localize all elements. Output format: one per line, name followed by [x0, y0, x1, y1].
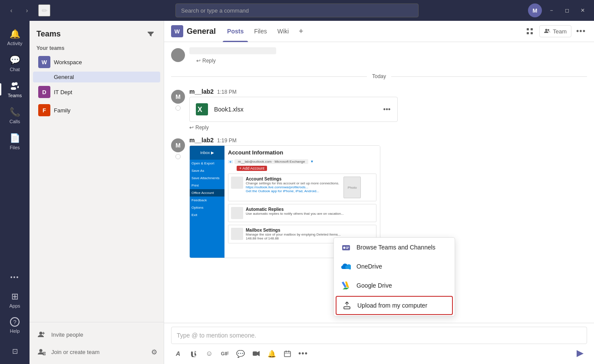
- nav-chat[interactable]: 💬 Chat: [0, 50, 30, 76]
- nav-manage[interactable]: ⊡: [0, 341, 30, 361]
- google-drive-item[interactable]: Google Drive: [334, 276, 455, 295]
- browse-teams-label: Browse Teams and Channels: [356, 244, 436, 251]
- nav-activity[interactable]: 🔔 Activity: [0, 24, 30, 50]
- back-button[interactable]: ‹: [5, 4, 17, 16]
- emoji-button[interactable]: ☺: [202, 347, 216, 361]
- svg-point-11: [548, 29, 549, 31]
- format-text-button[interactable]: A: [171, 347, 185, 361]
- title-bar: ‹ › ✏ M − ◻ ✕: [0, 0, 594, 21]
- audio-call-button[interactable]: 🔔: [265, 347, 279, 361]
- message-header-1: m__lab2 1:18 PM: [189, 88, 587, 95]
- team-name-workspace: Workspace: [54, 59, 145, 66]
- team-name-family: Family: [54, 107, 145, 114]
- svg-text:X: X: [198, 106, 202, 113]
- nav-teams[interactable]: Teams: [0, 76, 30, 102]
- manage-icon: ⊡: [10, 346, 20, 356]
- send-button[interactable]: [573, 347, 587, 361]
- nav-more[interactable]: •••: [0, 268, 30, 287]
- team-item-workspace[interactable]: W Workspace •••: [33, 53, 160, 71]
- more-icon: •••: [10, 272, 20, 282]
- close-button[interactable]: ✕: [577, 4, 589, 16]
- forward-button[interactable]: ›: [21, 4, 33, 16]
- chat-area: W General Posts Files Wiki +: [164, 21, 594, 364]
- svg-rect-6: [527, 28, 529, 30]
- message-header-2: m__lab2 1:19 PM: [189, 137, 587, 144]
- calls-icon: 📞: [10, 107, 20, 117]
- svg-point-1: [12, 82, 15, 86]
- filter-button[interactable]: [145, 28, 157, 40]
- invite-people-button[interactable]: Invite people: [33, 326, 160, 343]
- google-drive-icon: [341, 280, 351, 291]
- svg-rect-24: [284, 351, 290, 357]
- activity-icon: 🔔: [10, 29, 20, 39]
- message-time-2: 1:19 PM: [217, 138, 237, 144]
- nav-help[interactable]: ? Help: [0, 313, 30, 338]
- nav-buttons: ‹ ›: [5, 4, 33, 16]
- team-item-family[interactable]: F Family •••: [33, 102, 160, 119]
- teams-spacer: [30, 119, 164, 322]
- search-bar: [175, 3, 419, 17]
- upload-dropdown: Browse Teams and Channels OneDrive: [333, 237, 455, 316]
- upload-icon: [342, 300, 352, 311]
- channel-title: General: [187, 27, 216, 36]
- channel-team-icon: W: [171, 25, 183, 37]
- files-icon: 📄: [10, 133, 20, 143]
- members-grid-button[interactable]: [524, 25, 536, 37]
- nav-calls[interactable]: 📞 Calls: [0, 102, 30, 128]
- more-options-button[interactable]: •••: [575, 25, 587, 37]
- message-content-1: m__lab2 1:18 PM X Book1.xlsx ••: [189, 88, 587, 131]
- reply-label-1: Reply: [195, 125, 209, 131]
- svg-point-10: [545, 29, 548, 31]
- reply-button-prev[interactable]: ↩ Reply: [196, 57, 216, 65]
- attachment-filename: Book1.xlsx: [214, 106, 376, 113]
- onedrive-label: OneDrive: [356, 263, 382, 270]
- team-item-itdept[interactable]: D IT Dept •••: [33, 83, 160, 101]
- join-create-label: Join or create team: [51, 349, 99, 355]
- reply-button-1[interactable]: ↩ Reply: [189, 124, 209, 131]
- schedule-button[interactable]: [280, 347, 294, 361]
- onedrive-item[interactable]: OneDrive: [334, 257, 455, 276]
- team-icon-itdept: D: [38, 86, 50, 98]
- compose-button[interactable]: ✏: [38, 4, 50, 16]
- message-time-1: 1:18 PM: [217, 89, 237, 95]
- message-input-area: Type @ to mention someone. A ☺ GIF 💬: [164, 323, 594, 364]
- tab-wiki[interactable]: Wiki: [273, 21, 293, 42]
- gif-button[interactable]: GIF: [218, 347, 232, 361]
- minimize-button[interactable]: −: [545, 4, 558, 16]
- settings-button[interactable]: ⚙: [148, 346, 160, 358]
- svg-rect-22: [253, 351, 257, 356]
- browse-teams-channels-item[interactable]: Browse Teams and Channels: [334, 238, 455, 257]
- maximize-button[interactable]: ◻: [561, 4, 573, 16]
- nav-apps[interactable]: ⊞ Apps: [0, 287, 30, 313]
- svg-marker-18: [343, 288, 349, 289]
- tab-files[interactable]: Files: [250, 21, 271, 42]
- nav-teams-label: Teams: [8, 93, 22, 98]
- date-divider-text: Today: [372, 73, 386, 79]
- attachment-more-button[interactable]: •••: [382, 104, 392, 115]
- tab-posts[interactable]: Posts: [223, 21, 248, 42]
- svg-rect-2: [11, 87, 16, 90]
- team-button[interactable]: Team: [539, 25, 571, 37]
- sticker-button[interactable]: 💬: [234, 347, 248, 361]
- join-icon: [36, 347, 47, 357]
- add-tab-button[interactable]: +: [295, 25, 307, 37]
- upload-computer-item[interactable]: Upload from my computer: [336, 296, 453, 315]
- meet-button[interactable]: [249, 347, 263, 361]
- teams-panel: Teams Your teams W Workspace ••• General…: [30, 21, 164, 364]
- reply-arrow-icon: ↩: [196, 58, 201, 64]
- teams-section-label: Your teams: [30, 43, 164, 53]
- join-create-team-button[interactable]: Join or create team: [33, 343, 148, 361]
- channel-item-general[interactable]: General: [33, 72, 160, 82]
- svg-point-3: [40, 332, 43, 335]
- reply-label-prev: Reply: [202, 58, 216, 64]
- svg-point-4: [40, 349, 43, 352]
- attachment-card: X Book1.xlsx •••: [189, 97, 398, 122]
- apps-icon: ⊞: [10, 291, 20, 302]
- attach-button[interactable]: [187, 347, 201, 361]
- nav-files[interactable]: 📄 Files: [0, 128, 30, 154]
- user-avatar[interactable]: M: [528, 3, 542, 17]
- message-row-prev: ↩ Reply: [171, 46, 587, 66]
- more-tools-button[interactable]: •••: [296, 347, 310, 361]
- nav-files-label: Files: [10, 145, 20, 150]
- search-input[interactable]: [181, 7, 413, 14]
